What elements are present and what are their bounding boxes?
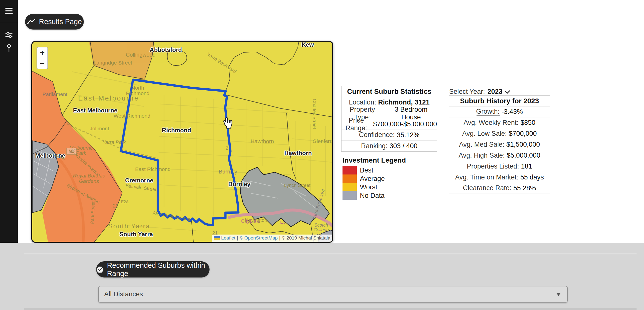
year-dropdown[interactable]: 2023 [488, 88, 508, 96]
filters-icon[interactable] [0, 29, 18, 40]
attribution-separator: | [237, 235, 238, 241]
legend-item-label: Average [360, 175, 385, 183]
legend-item: Worst [342, 183, 406, 191]
history-row: Properties Listed:181 [449, 161, 550, 172]
distance-filter-value: All Distances [104, 290, 143, 298]
history-row: Growth:-3.43% [449, 107, 550, 117]
history-label: Avg. High Sale: [458, 152, 505, 159]
legend-items: BestAverageWorstNo Data [342, 166, 406, 200]
history-label[interactable]: Growth: [476, 108, 500, 116]
stat-label: Location: [349, 99, 376, 106]
history-value: 55 days [520, 173, 544, 181]
history-label: Avg. Time on Market: [455, 173, 518, 181]
chevron-down-icon [504, 88, 510, 94]
stat-value: 35.12% [397, 131, 420, 139]
stat-label[interactable]: Confidence: [359, 131, 395, 139]
verified-badge-icon [96, 265, 104, 274]
history-value: $1,500,000 [506, 141, 540, 149]
results-page-label: Results Page [39, 18, 82, 26]
history-table-body: Growth:-3.43%Avg. Weekly Rent:$850Avg. L… [449, 107, 550, 194]
distance-filter-select[interactable]: All Distances [98, 286, 568, 303]
current-suburb-statistics-table: Current Suburb Statistics Location:Richm… [341, 86, 437, 152]
stat-row: Ranking:303 / 400 [342, 141, 437, 152]
stat-value: 3 Bedroom House [385, 106, 437, 121]
history-label: Avg. Med Sale: [459, 141, 504, 149]
stat-label: Ranking: [361, 142, 388, 150]
map-zoom-control: + − [36, 47, 48, 69]
history-row: Avg. Time on Market:55 days [449, 172, 550, 183]
history-label: Properties Listed: [467, 162, 519, 170]
sidebar-divider [0, 22, 18, 22]
stat-row: Price Range:$700,000-$5,000,000 [342, 119, 437, 130]
history-row: Avg. Weekly Rent:$850 [449, 117, 550, 128]
choropleth-layers [32, 42, 332, 242]
year-dropdown-value: 2023 [488, 88, 502, 96]
legend-item: Average [342, 174, 406, 183]
history-row: Avg. High Sale:$5,000,000 [449, 150, 550, 161]
stat-label: Price Range: [342, 117, 371, 132]
zoom-in-button[interactable]: + [37, 47, 48, 58]
history-label: Avg. Low Sale: [462, 130, 507, 138]
history-label[interactable]: Clearance Rate: [463, 184, 511, 192]
history-value: $5,000,000 [507, 152, 540, 159]
select-caret-icon [556, 293, 561, 296]
results-page-button[interactable]: Results Page [25, 14, 84, 29]
section-divider [24, 254, 636, 254]
history-value: -3.43% [502, 108, 523, 116]
stats-table-body: Location:Richmond, 3121Property Type:3 B… [342, 97, 437, 152]
history-row: Clearance Rate:55.28% [449, 183, 550, 194]
zoom-out-button[interactable]: − [37, 58, 48, 68]
history-value: 181 [521, 162, 532, 170]
trending-line-icon [27, 19, 36, 25]
stats-table-title: Current Suburb Statistics [342, 86, 437, 97]
map-attribution: Leaflet | © OpenStreetMap | © 2019 Micha… [212, 235, 332, 242]
recommended-suburbs-button[interactable]: Recommended Suburbs within Range [96, 261, 210, 278]
investment-legend: Investment Legend BestAverageWorstNo Dat… [342, 156, 406, 200]
history-table-title: Suburb History for 2023 [449, 96, 550, 107]
hamburger-menu-icon[interactable] [0, 6, 18, 16]
history-row: Avg. Med Sale:$1,500,000 [449, 139, 550, 150]
legend-item: Best [342, 166, 406, 174]
legend-item-label: Worst [360, 183, 377, 191]
legend-color-swatch [342, 191, 357, 200]
history-value: $850 [520, 119, 536, 127]
legend-color-swatch [342, 183, 357, 191]
history-label: Avg. Weekly Rent: [464, 119, 518, 127]
mouse-hand-cursor [222, 117, 233, 130]
suburb-map[interactable]: AbbotsfordKewEast MelbourneMelbourneRich… [31, 41, 333, 243]
app-root: Results Page [0, 0, 644, 310]
legend-title: Investment Legend [342, 156, 406, 164]
ukraine-flag-icon [214, 236, 220, 240]
stat-value: $700,000-$5,000,000 [373, 120, 437, 128]
stat-value: 303 / 400 [390, 142, 418, 150]
history-value: 55.28% [513, 184, 536, 192]
year-selector-row: Select Year: 2023 [449, 88, 508, 95]
m1-route-badge: M1 [66, 148, 76, 155]
leaflet-link[interactable]: Leaflet [221, 235, 236, 241]
legend-color-swatch [342, 166, 357, 174]
legend-item-label: No Data [360, 192, 384, 199]
select-year-label: Select Year: [449, 88, 485, 96]
history-value: $700,000 [509, 130, 537, 138]
recommended-suburbs-label: Recommended Suburbs within Range [107, 261, 210, 278]
legend-item: No Data [342, 191, 406, 200]
location-pin-icon[interactable] [0, 43, 18, 55]
suburb-history-table: Suburb History for 2023 Growth:-3.43%Avg… [449, 95, 550, 194]
stat-value: Richmond, 3121 [378, 99, 430, 106]
history-row: Avg. Low Sale:$700,000 [449, 128, 550, 139]
attribution-copyright: | © 2019 Michal Sniatala [279, 235, 330, 241]
legend-color-swatch [342, 174, 357, 183]
legend-item-label: Best [360, 166, 373, 174]
bottom-edge-strip [24, 308, 636, 310]
openstreetmap-link[interactable]: © OpenStreetMap [240, 235, 278, 241]
